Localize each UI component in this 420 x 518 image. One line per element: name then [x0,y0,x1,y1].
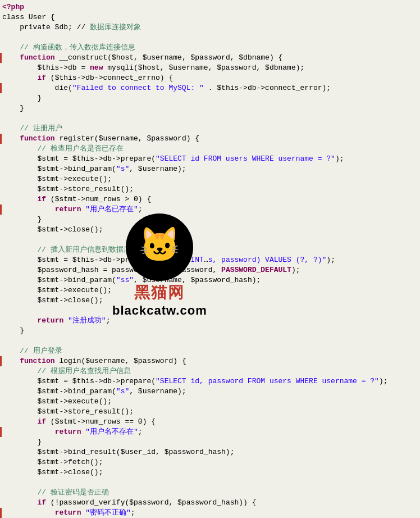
code-segment: $stmt->execute(); [2,285,112,296]
code-segment [2,498,37,508]
code-segment: "注册成功" [68,316,106,326]
code-segment: 构造函数，传入数据库连接信息 [33,43,135,53]
code-segment [2,73,37,83]
code-segment: "密码不正确" [85,508,131,518]
code-segment: PASSWORD_DEFAULT [221,265,291,275]
code-line: return "密码不正确"; [0,508,420,518]
code-segment: "SELECT id, password FROM users WHERE us… [156,376,379,387]
code-segment: return [55,508,81,518]
code-segment: // [2,488,51,498]
code-segment: ); [379,376,388,387]
code-line: $this->db = new mysqli($host, $username,… [0,63,420,73]
code-line: $stmt->execute(); [0,397,420,407]
code-segment: 根据用户名查找用户信息 [51,366,131,376]
code-line: $stmt->store_result(); [0,407,420,417]
code-segment: ; [106,316,111,326]
code-line: return "注册成功"; [0,316,420,326]
code-line: function __construct($host, $username, $… [0,53,420,63]
code-segment: 注册用户 [33,124,62,134]
code-line [0,478,420,488]
code-segment: function [20,356,54,366]
code-segment: 插入新用户信息到数据库中 [51,245,138,255]
code-line [0,113,420,124]
code-segment: $stmt->store_result(); [2,184,134,194]
code-segment: // [2,346,33,356]
code-segment: "Failed to connect to MySQL: " [72,83,204,93]
code-segment: class User { [2,12,55,22]
code-segment: "s" [116,387,129,397]
code-line: die("Failed to connect to MySQL: " . $th… [0,83,420,93]
code-segment: // [2,43,33,53]
code-segment: // [2,124,33,134]
code-segment: if [37,194,46,205]
code-segment: , $username, $password_hash); [134,275,261,285]
code-segment: return [37,316,63,326]
code-line: // 根据用户名查找用户信息 [0,366,420,376]
code-segment: $stmt->execute(); [2,174,112,184]
code-segment: "INSERT INT [156,255,204,265]
code-segment [81,205,85,215]
code-segment: s, password) VALUES (?, ?)" [208,255,327,265]
code-line: // 验证密码是否正确 [0,488,420,498]
code-segment: "s" [116,164,129,174]
code-segment: function [20,53,54,63]
code-segment: $stmt->close(); [2,467,103,478]
code-segment: if [37,73,46,83]
code-line: // 检查用户名是否已存在 [0,144,420,154]
code-segment: ; [138,205,143,215]
code-line: return "用户名已存在"; [0,205,420,215]
code-segment: . $this->db->connect_error); [204,83,331,93]
code-segment: new [90,63,103,73]
code-line: if ($this->db->connect_errno) { [0,73,420,83]
code-segment [2,316,37,326]
code-segment: die( [2,83,72,93]
code-segment: $stmt->close(); [2,296,103,306]
code-line: $stmt->bind_param("s", $username); [0,387,420,397]
code-line: $stmt->execute(); [0,174,420,184]
code-segment: … [204,255,208,265]
code-segment [2,427,55,437]
code-segment: } [2,437,42,447]
code-line: $stmt->store_result(); [0,184,420,194]
code-segment: "ss" [116,275,134,285]
code-line: function register($username, $password) … [0,134,420,144]
code-line: if ($stmt->num_rows > 0) { [0,194,420,205]
code-line: function login($username, $password) { [0,356,420,366]
code-line: $stmt->bind_result($user_id, $password_h… [0,447,420,457]
code-line: $stmt->close(); [0,296,420,306]
code-segment: } [2,103,24,113]
code-segment: , $username); [129,164,186,174]
code-segment: , $username); [129,387,186,397]
code-segment: ); [335,154,344,164]
code-line: $stmt = $this->db->prepare("SELECT id, p… [0,376,420,387]
code-segment: } [2,326,24,336]
code-segment: $stmt = $this->db->prepare( [2,376,156,387]
code-line: $stmt = $this->db->prepare("SELECT id FR… [0,154,420,164]
code-segment: ; [138,427,143,437]
code-segment: private $db; // [2,22,90,33]
code-segment: // [2,245,51,255]
code-segment: 数据库连接对象 [90,22,141,33]
code-line: private $db; // 数据库连接对象 [0,22,420,33]
code-segment: $stmt->bind_param( [2,275,116,285]
code-segment: $stmt = $this->db->prepare( [2,255,156,265]
code-segment: login($username, $password) { [55,356,186,366]
code-line: // 注册用户 [0,124,420,134]
code-segment [2,205,55,215]
code-line [0,336,420,346]
code-segment: __construct($host, $username, $password,… [55,53,283,63]
code-segment: $stmt->fetch(); [2,457,103,467]
code-line: class User { [0,12,420,22]
code-line: $stmt = $this->db->prepare("INSERT INT…s… [0,255,420,265]
code-segment: 用户登录 [33,346,62,356]
code-segment: $stmt->store_result(); [2,407,134,417]
code-segment: return [55,427,81,437]
code-line: $stmt->close(); [0,225,420,235]
code-segment: $stmt->bind_result($user_id, $password_h… [2,447,234,457]
code-line: } [0,437,420,447]
code-segment: if [37,498,46,508]
code-segment [81,508,85,518]
code-segment: if [37,417,46,427]
code-line: // 插入新用户信息到数据库中 [0,245,420,255]
code-line: $stmt->close(); [0,467,420,478]
